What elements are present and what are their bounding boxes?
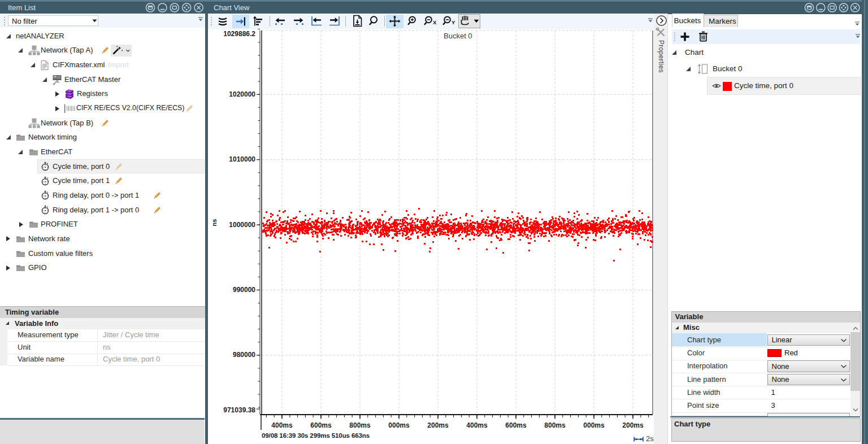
svg-text:X: X [433, 19, 437, 25]
svg-text:Y: Y [452, 19, 455, 25]
